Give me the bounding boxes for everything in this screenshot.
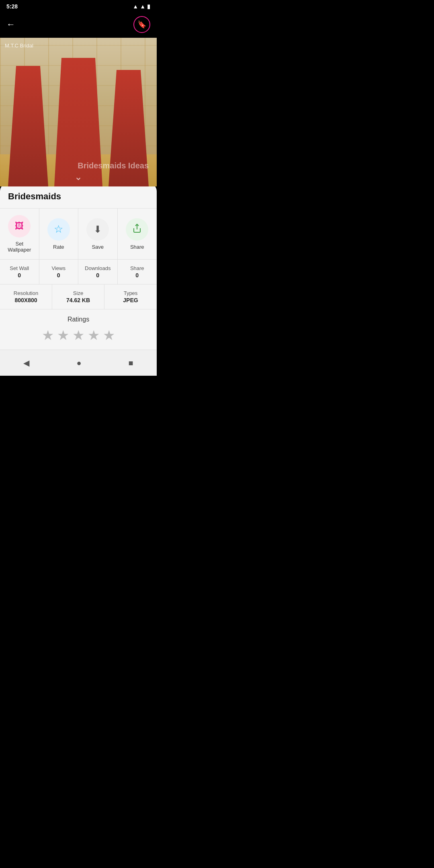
share-icon	[132, 223, 142, 235]
status-time-group: 5:28	[6, 3, 18, 10]
meta-size: Size 74.62 KB	[52, 285, 104, 309]
bookmark-icon: 🔖	[137, 20, 146, 29]
status-bar: 5:28 ▲ ▲ ▮	[0, 0, 157, 13]
status-time: 5:28	[6, 3, 18, 10]
star-3[interactable]: ★	[72, 327, 84, 343]
action-save[interactable]: ⬇ Save	[78, 209, 118, 259]
meta-resolution: Resolution 800X800	[0, 285, 52, 309]
meta-types-label: Types	[124, 290, 138, 296]
star-2[interactable]: ★	[57, 327, 69, 343]
stat-downloads-label: Downloads	[85, 265, 111, 271]
stat-set-wall-label: Set Wall	[10, 265, 29, 271]
action-rate[interactable]: ☆ Rate	[39, 209, 79, 259]
wifi-icon: ▲	[133, 3, 138, 10]
save-icon: ⬇	[94, 224, 102, 235]
stat-set-wall: Set Wall 0	[0, 260, 39, 284]
stat-share-label: Share	[130, 265, 144, 271]
star-1[interactable]: ★	[42, 327, 54, 343]
rate-label: Rate	[53, 244, 64, 250]
save-label: Save	[92, 244, 104, 250]
rate-icon: ☆	[54, 223, 63, 235]
figure-left	[8, 66, 48, 186]
meta-types: Types JPEG	[104, 285, 157, 309]
bookmark-button[interactable]: 🔖	[133, 16, 150, 33]
stat-downloads-value: 0	[96, 272, 99, 278]
meta-grid: Resolution 800X800 Size 74.62 KB Types J…	[0, 285, 157, 309]
nav-back-button[interactable]: ◀	[14, 355, 39, 371]
signal-icon: ▲	[140, 3, 145, 10]
status-icons-group: ▲ ▲ ▮	[133, 3, 150, 10]
nav-recent-button[interactable]: ■	[119, 355, 143, 371]
top-nav: ← 🔖	[0, 13, 157, 38]
battery-icon: ▮	[147, 3, 150, 10]
share-circle	[126, 218, 148, 241]
ratings-section: Ratings ★ ★ ★ ★ ★	[0, 309, 157, 350]
save-circle: ⬇	[86, 218, 109, 241]
set-wallpaper-label: Set Wallpaper	[3, 241, 36, 253]
action-share[interactable]: Share	[118, 209, 157, 259]
star-4[interactable]: ★	[88, 327, 100, 343]
bottom-nav: ◀ ● ■	[0, 350, 157, 376]
meta-resolution-value: 800X800	[14, 297, 37, 303]
ratings-title: Ratings	[68, 316, 89, 323]
action-set-wallpaper[interactable]: 🖼 Set Wallpaper	[0, 209, 39, 259]
watermark-top: M.T.C Bridal	[5, 43, 33, 49]
share-label: Share	[130, 244, 144, 250]
star-5[interactable]: ★	[103, 327, 115, 343]
chevron-down-icon: ⌄	[74, 171, 82, 182]
meta-size-label: Size	[73, 290, 83, 296]
stat-set-wall-value: 0	[18, 272, 21, 278]
stat-views: Views 0	[39, 260, 79, 284]
main-image: M.T.C Bridal Bridesmaids Ideas ⌄	[0, 38, 157, 186]
meta-size-value: 74.62 KB	[66, 297, 90, 303]
info-panel: Bridesmaids 🖼 Set Wallpaper ☆ Rate ⬇ Sav…	[0, 183, 157, 350]
set-wallpaper-icon: 🖼	[15, 221, 24, 231]
stat-views-label: Views	[52, 265, 66, 271]
stat-share-value: 0	[135, 272, 139, 278]
nav-home-button[interactable]: ●	[67, 355, 91, 371]
stats-grid: Set Wall 0 Views 0 Downloads 0 Share 0	[0, 260, 157, 285]
back-button[interactable]: ←	[6, 19, 15, 30]
title-row: Bridesmaids	[0, 191, 157, 208]
meta-types-value: JPEG	[123, 297, 138, 303]
rate-circle: ☆	[47, 218, 70, 241]
stars-row[interactable]: ★ ★ ★ ★ ★	[42, 327, 115, 343]
actions-grid: 🖼 Set Wallpaper ☆ Rate ⬇ Save	[0, 208, 157, 260]
stat-share: Share 0	[118, 260, 157, 284]
meta-resolution-label: Resolution	[14, 290, 38, 296]
page-title: Bridesmaids	[8, 191, 61, 201]
stat-views-value: 0	[57, 272, 60, 278]
set-wallpaper-circle: 🖼	[8, 215, 31, 237]
stat-downloads: Downloads 0	[78, 260, 118, 284]
watermark-bottom: Bridesmaids Ideas	[78, 161, 149, 170]
